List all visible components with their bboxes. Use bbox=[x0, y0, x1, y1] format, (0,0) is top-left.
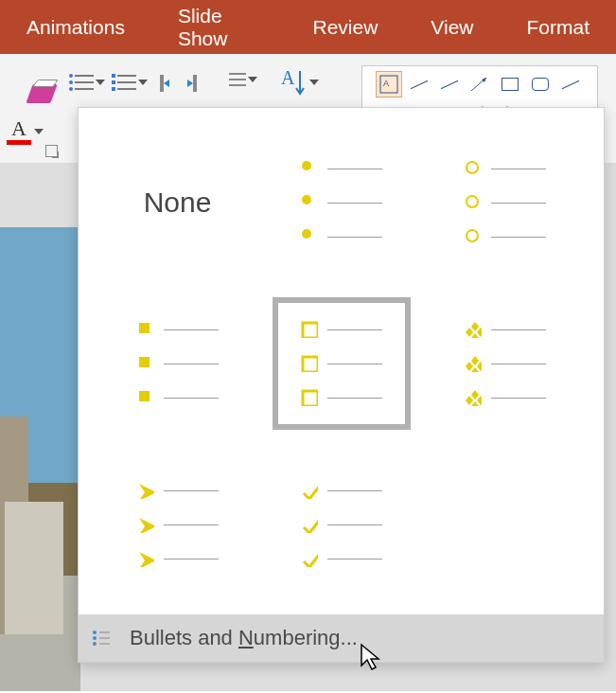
font-color-glyph: A bbox=[11, 118, 26, 139]
svg-point-8 bbox=[466, 162, 478, 173]
font-color-bar bbox=[7, 140, 31, 145]
svg-point-5 bbox=[302, 161, 311, 170]
numbering-icon bbox=[117, 73, 136, 92]
shape-line[interactable] bbox=[406, 71, 432, 98]
diamond-cluster-icon bbox=[465, 321, 482, 338]
svg-marker-27 bbox=[477, 396, 482, 405]
svg-rect-13 bbox=[139, 391, 150, 401]
svg-marker-30 bbox=[139, 518, 154, 533]
svg-marker-31 bbox=[139, 552, 154, 567]
shape-arrow[interactable] bbox=[466, 71, 493, 98]
bullet-diamond-cluster[interactable] bbox=[436, 297, 574, 430]
tab-view[interactable]: View bbox=[404, 16, 500, 39]
bullet-square-fill[interactable] bbox=[109, 297, 247, 430]
svg-rect-16 bbox=[303, 391, 318, 406]
shape-line[interactable] bbox=[436, 71, 463, 98]
svg-rect-14 bbox=[303, 323, 318, 338]
svg-point-7 bbox=[302, 229, 311, 239]
chevron-down-icon bbox=[248, 77, 257, 82]
svg-point-34 bbox=[93, 636, 97, 640]
shape-rect[interactable] bbox=[497, 71, 523, 98]
svg-point-10 bbox=[466, 230, 478, 241]
square-fill-icon bbox=[137, 321, 154, 338]
disc-icon bbox=[301, 160, 318, 177]
bullet-check[interactable] bbox=[273, 458, 411, 591]
shape-line[interactable] bbox=[557, 71, 584, 98]
bullets-icon bbox=[75, 73, 94, 92]
bullets-gallery: None bbox=[78, 107, 605, 663]
font-color-icon: A bbox=[6, 118, 32, 145]
svg-marker-29 bbox=[139, 484, 154, 499]
arrowhead-icon bbox=[137, 482, 154, 499]
line-spacing-button[interactable] bbox=[229, 71, 257, 88]
slide-image bbox=[0, 227, 80, 691]
footer-label: Bullets and Numbering... bbox=[130, 626, 358, 650]
bullets-button[interactable] bbox=[75, 73, 105, 92]
font-color-button[interactable]: A bbox=[6, 115, 44, 148]
svg-rect-11 bbox=[139, 323, 150, 333]
bullet-ring[interactable] bbox=[436, 136, 574, 269]
square-hollow-icon bbox=[301, 321, 318, 338]
eraser-icon bbox=[26, 84, 57, 103]
shape-textbox[interactable]: A bbox=[376, 71, 402, 98]
svg-marker-19 bbox=[477, 328, 482, 337]
ring-icon bbox=[465, 160, 482, 177]
chevron-down-icon bbox=[34, 129, 44, 134]
svg-marker-22 bbox=[466, 362, 473, 371]
svg-text:A: A bbox=[383, 79, 389, 88]
slide-canvas: None bbox=[0, 164, 616, 691]
ribbon-tabs: Animations Slide Show Review View Format bbox=[0, 0, 616, 54]
text-direction-button[interactable]: A bbox=[279, 65, 319, 99]
list-icon bbox=[92, 629, 111, 648]
bullet-arrowhead[interactable] bbox=[109, 458, 247, 591]
increase-indent-button[interactable] bbox=[193, 75, 212, 92]
svg-marker-23 bbox=[477, 362, 482, 371]
font-dialog-launcher[interactable] bbox=[45, 145, 58, 157]
svg-point-6 bbox=[302, 195, 311, 204]
svg-marker-21 bbox=[471, 356, 479, 365]
shape-rrect[interactable] bbox=[527, 71, 554, 98]
increase-indent-icon bbox=[193, 75, 212, 92]
svg-marker-17 bbox=[471, 322, 479, 331]
svg-point-36 bbox=[93, 642, 97, 646]
tab-format[interactable]: Format bbox=[500, 16, 616, 39]
decrease-indent-button[interactable] bbox=[160, 75, 179, 92]
bullet-none[interactable]: None bbox=[109, 136, 247, 269]
svg-point-9 bbox=[466, 196, 478, 207]
bullet-disc[interactable] bbox=[273, 136, 411, 269]
text-direction-icon: A bbox=[279, 65, 308, 99]
svg-point-32 bbox=[93, 631, 97, 634]
clear-formatting-button[interactable] bbox=[25, 79, 59, 109]
tab-animations[interactable]: Animations bbox=[0, 16, 151, 39]
check-icon bbox=[301, 482, 318, 499]
bullets-and-numbering-menu-item[interactable]: Bullets and Numbering... bbox=[79, 614, 604, 662]
line-spacing-icon bbox=[229, 71, 246, 88]
tab-review[interactable]: Review bbox=[286, 16, 404, 39]
chevron-down-icon bbox=[96, 80, 105, 85]
launcher-icon bbox=[45, 145, 58, 157]
chevron-down-icon bbox=[138, 80, 148, 85]
svg-marker-20 bbox=[471, 333, 479, 338]
tab-slide-show[interactable]: Slide Show bbox=[151, 5, 287, 50]
bullet-square-hollow[interactable] bbox=[273, 297, 411, 430]
svg-rect-12 bbox=[139, 357, 150, 367]
svg-marker-18 bbox=[466, 328, 473, 337]
numbering-button[interactable] bbox=[117, 73, 148, 92]
svg-marker-26 bbox=[466, 396, 473, 405]
svg-marker-25 bbox=[471, 390, 479, 400]
svg-rect-15 bbox=[303, 357, 318, 372]
svg-text:A: A bbox=[281, 67, 295, 88]
svg-marker-28 bbox=[471, 401, 479, 406]
decrease-indent-icon bbox=[160, 75, 179, 92]
chevron-down-icon bbox=[309, 80, 319, 85]
svg-marker-24 bbox=[471, 367, 479, 372]
